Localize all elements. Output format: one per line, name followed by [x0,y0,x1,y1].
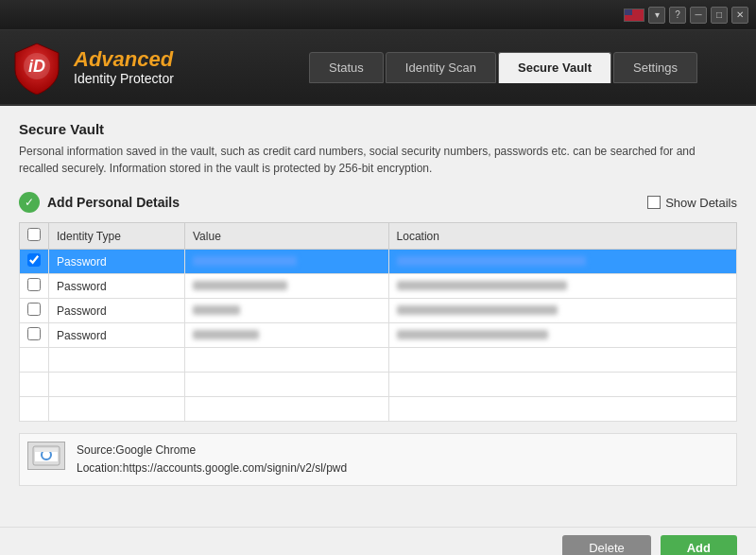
value-blur-1 [193,256,297,266]
add-button[interactable]: Add [661,535,737,555]
main-content: Secure Vault Personal information saved … [0,106,756,527]
header: iD Advanced Identity Protector Status Id… [0,30,756,106]
location-blur-3 [397,305,558,315]
row-checkbox-cell [20,274,49,299]
title-bar: ▾ ? ─ □ ✕ [0,0,756,30]
source-text: Source:Google Chrome [77,442,347,460]
empty-cell [388,397,736,422]
value-blur-3 [193,305,240,315]
minimize-btn[interactable]: ─ [690,7,707,24]
row-location-2 [388,274,736,299]
row-value-2 [185,274,389,299]
show-details-area[interactable]: Show Details [647,196,737,210]
help-btn[interactable]: ? [669,7,686,24]
col-identity-type: Identity Type [49,223,185,250]
value-blur-2 [193,281,287,290]
empty-cell [388,373,736,397]
row-type-2: Password [49,274,185,299]
table-row[interactable]: Password [20,299,737,323]
table-row[interactable]: Password [20,323,737,348]
row-type-1: Password [49,250,185,274]
section-desc: Personal information saved in the vault,… [19,143,737,177]
info-text: Source:Google Chrome Location:https://ac… [77,442,347,477]
row-type-4: Password [49,323,185,348]
location-blur-4 [397,330,548,339]
info-panel: Source:Google Chrome Location:https://ac… [19,433,737,486]
flag-icon[interactable] [624,9,644,22]
row-location-4 [388,323,736,348]
col-value: Value [185,223,389,250]
add-personal-row: ✓ Add Personal Details Show Details [19,192,737,213]
empty-cell [185,373,389,397]
location-blur-2 [397,281,567,290]
data-table: Identity Type Value Location Password [19,222,737,422]
section-title: Secure Vault [19,121,737,137]
row-checkbox-3[interactable] [27,303,41,316]
action-bar: Delete Add [0,527,756,555]
select-all-checkbox[interactable] [27,228,41,241]
maximize-btn[interactable]: □ [711,7,728,24]
dropdown-btn[interactable]: ▾ [648,7,665,24]
tab-settings[interactable]: Settings [613,52,697,83]
tab-identity-scan[interactable]: Identity Scan [386,52,496,83]
row-checkbox-cell [20,299,49,323]
empty-cell [20,348,49,373]
location-text: Location:https://accounts.google.com/sig… [77,460,347,477]
location-blur-1 [397,256,586,266]
green-check-icon: ✓ [19,192,40,213]
logo-advanced: Advanced [74,48,174,71]
row-value-1 [185,250,389,274]
empty-cell [185,348,389,373]
row-checkbox-2[interactable] [27,278,41,291]
empty-cell [49,348,185,373]
empty-cell [20,397,49,422]
delete-button[interactable]: Delete [562,535,651,555]
empty-cell [388,348,736,373]
row-location-1 [388,250,736,274]
row-value-3 [185,299,389,323]
title-bar-controls: ▾ ? ─ □ ✕ [624,7,748,24]
tab-status[interactable]: Status [309,52,384,83]
table-row[interactable]: Password [20,250,737,274]
table-row-empty [20,397,737,422]
empty-cell [185,397,389,422]
svg-rect-5 [35,448,58,452]
add-personal-left: ✓ Add Personal Details [19,192,180,213]
value-blur-4 [193,330,259,339]
col-location: Location [388,223,736,250]
row-checkbox-4[interactable] [27,327,41,340]
empty-cell [49,397,185,422]
row-type-3: Password [49,299,185,323]
logo-area: iD Advanced Identity Protector [9,40,260,95]
table-row[interactable]: Password [20,274,737,299]
logo-text: Advanced Identity Protector [74,48,174,86]
row-location-3 [388,299,736,323]
empty-cell [49,373,185,397]
logo-subtitle: Identity Protector [74,71,174,86]
show-details-checkbox[interactable] [647,196,661,209]
nav-tabs: Status Identity Scan Secure Vault Settin… [260,52,747,83]
table-header-checkbox [20,223,49,250]
chrome-icon [27,442,65,470]
row-value-4 [185,323,389,348]
tab-secure-vault[interactable]: Secure Vault [498,52,611,83]
table-row-empty [20,348,737,373]
logo-shield: iD [9,40,64,95]
table-row-empty [20,373,737,397]
empty-cell [20,373,49,397]
row-checkbox-cell [20,250,49,274]
row-checkbox-1[interactable] [27,253,41,267]
add-personal-label[interactable]: Add Personal Details [47,195,180,210]
row-checkbox-cell [20,323,49,348]
show-details-label: Show Details [665,196,737,210]
close-btn[interactable]: ✕ [731,7,748,24]
chrome-svg [31,441,61,471]
svg-text:iD: iD [28,57,45,76]
